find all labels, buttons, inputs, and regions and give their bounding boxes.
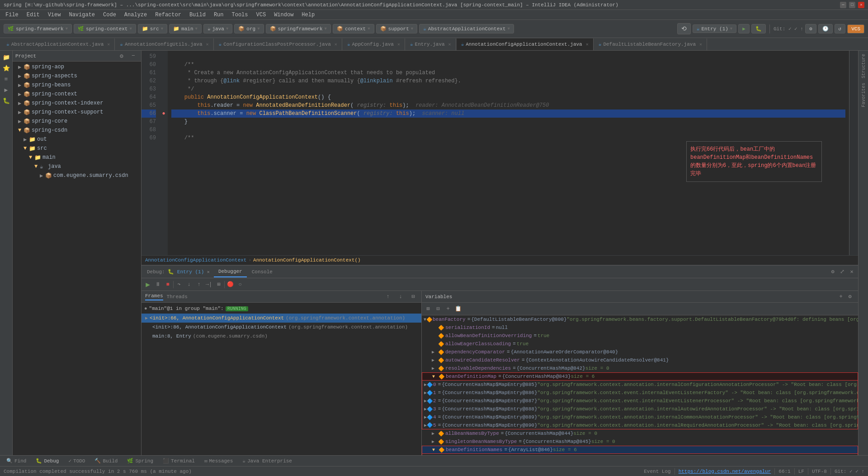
vars-settings-btn[interactable]: ⚙ — [845, 292, 854, 301]
tree-spring-context[interactable]: ▶ 📦 spring-context — [13, 90, 141, 99]
context-btn[interactable]: 📦 context ▼ — [333, 24, 374, 33]
encoding-item[interactable]: UTF-8 — [812, 469, 827, 474]
settings-btn[interactable]: ⚙ — [805, 24, 816, 33]
tree-main[interactable]: ▼ 📁 main — [13, 153, 141, 162]
java-btn[interactable]: ☕ java ▼ — [203, 24, 232, 33]
eval-btn[interactable]: ⊞ — [214, 280, 223, 289]
url-item[interactable]: https://blog.csdn.net/avengalur — [679, 469, 771, 474]
var-serialization-id[interactable]: 🔶 serializationId = null — [422, 324, 858, 332]
var-bdm-0[interactable]: ▶ 🔷 0 = {ConcurrentHashMap$MapEntry@885}… — [422, 381, 858, 389]
frame-1[interactable]: <init>:86, AnnotationConfigApplicationCo… — [142, 323, 421, 332]
frames-filter-btn[interactable]: ⊟ — [409, 292, 418, 301]
clock-btn[interactable]: 🕐 — [818, 24, 833, 33]
tab-messages[interactable]: ✉ Messages — [200, 457, 237, 465]
var-resolvable-deps[interactable]: ▶ 🔶 resolvableDependencies = {Concurrent… — [422, 364, 858, 372]
var-bean-def-map[interactable]: ▼ 🔶 beanDefinitionMap = {ConcurrentHashM… — [422, 372, 858, 381]
menu-help[interactable]: Help — [298, 11, 318, 19]
tab-app-config[interactable]: ☕ AppConfig.java ✕ — [343, 38, 405, 50]
vars-copy-btn[interactable]: 📋 — [453, 305, 462, 314]
close-button[interactable]: ✕ — [858, 2, 864, 8]
menu-refactor[interactable]: Refactor — [151, 11, 185, 19]
project-icon[interactable]: 📁 — [1, 52, 11, 62]
var-bdm-4[interactable]: ▶ 🔷 4 = {ConcurrentHashMap$MapEntry@889}… — [422, 413, 858, 421]
tab-find[interactable]: 🔍 Find — [2, 457, 31, 465]
springframework-btn[interactable]: 📦 springframework ▼ — [266, 24, 331, 33]
var-bean-def-names[interactable]: ▼ 🔶 beanDefinitionNames = {ArrayList@846… — [422, 446, 858, 454]
menu-analyze[interactable]: Analyze — [121, 11, 151, 19]
stop-btn[interactable]: ■ — [163, 280, 172, 289]
step-out-btn[interactable]: ↑ — [194, 280, 203, 289]
spring-framework-btn[interactable]: 🌿 spring-framework ▼ — [4, 24, 72, 33]
debug-sidebar-icon[interactable]: 🐛 — [1, 96, 11, 106]
tab-todo[interactable]: ✓ TODO — [64, 457, 90, 465]
maximize-button[interactable]: □ — [849, 2, 855, 8]
frames-up-btn[interactable]: ↑ — [383, 292, 392, 301]
project-gear[interactable]: ⚙ — [117, 51, 127, 61]
menu-run[interactable]: Run — [210, 11, 227, 19]
pause-btn[interactable]: ⏸ — [153, 280, 162, 289]
mute-breakpoints-btn[interactable]: ○ — [236, 280, 245, 289]
support-btn[interactable]: 📦 support ▼ — [376, 24, 418, 33]
var-bdm-3[interactable]: ▶ 🔷 3 = {ConcurrentHashMap$MapEntry@888}… — [422, 405, 858, 413]
tab-java-enterprise[interactable]: ☕ Java Enterprise — [238, 457, 297, 465]
tab-config-post-processor[interactable]: ☕ ConfigurationClassPostProcessor.java ✕ — [214, 38, 342, 50]
var-allow-eager[interactable]: 🔶 allowEagerClassLoading = true — [422, 340, 858, 348]
menu-vcs[interactable]: VCS — [253, 11, 270, 19]
add-watch-btn[interactable]: + — [836, 292, 845, 301]
var-bean-factory[interactable]: ▼ 🔶 beanFactory = {DefaultListableBeanFa… — [422, 315, 858, 324]
menu-window[interactable]: Window — [270, 11, 297, 19]
var-bdm-1[interactable]: ▶ 🔷 1 = {ConcurrentHashMap$MapEntry@886}… — [422, 389, 858, 397]
abstract-context-btn[interactable]: ☕ AbstractApplicationContext ▼ — [419, 24, 514, 33]
var-bdm-2[interactable]: ▶ 🔷 2 = {ConcurrentHashMap$MapEntry@887}… — [422, 397, 858, 405]
src-btn[interactable]: 📁 src ▼ — [138, 24, 167, 33]
vcs-btn[interactable]: VCS — [847, 24, 864, 33]
var-autowire-resolver[interactable]: ▶ 🔶 autowireCandidateResolver = {Context… — [422, 356, 858, 364]
breakpoints-btn[interactable]: 🔴 — [226, 280, 235, 289]
frame-0[interactable]: ▶ <init>:66, AnnotationConfigApplication… — [142, 314, 421, 323]
tab-console[interactable]: Console — [247, 267, 277, 277]
menu-edit[interactable]: Edit — [23, 11, 43, 19]
var-allow-override[interactable]: 🔶 allowBeanDefinitionOverriding = true — [422, 332, 858, 340]
run-btn[interactable]: ▶ — [738, 24, 750, 33]
tree-csdn-package[interactable]: ▶ 📦 com.eugene.sumarry.csdn — [13, 171, 141, 180]
tree-spring-core[interactable]: ▶ 📦 spring-core — [13, 117, 141, 126]
menu-build[interactable]: Build — [186, 11, 209, 19]
tab-close-post[interactable]: ✕ — [335, 42, 337, 47]
tab-close-listable[interactable]: ✕ — [699, 42, 702, 47]
tree-spring-beans[interactable]: ▶ 📦 spring-beans — [13, 81, 141, 90]
var-bdn-0[interactable]: 🔷 0 = "org.springframework.context.annot… — [422, 454, 858, 455]
var-dep-comparator[interactable]: ▶ 🔶 dependencyComparator = {AnnotationAw… — [422, 348, 858, 356]
tab-annotation-config-context[interactable]: ☕ AnnotationConfigApplicationContext.jav… — [457, 38, 594, 50]
tab-debugger[interactable]: Debugger — [214, 267, 247, 277]
run-to-cursor-btn[interactable]: →| — [204, 280, 213, 289]
breadcrumb-class[interactable]: AnnotationConfigApplicationContext — [145, 257, 246, 263]
tab-close-context[interactable]: ✕ — [586, 42, 589, 47]
tab-debug[interactable]: 🐛 Debug — [31, 457, 63, 465]
refresh-btn[interactable]: ↺ — [835, 24, 846, 33]
org-btn[interactable]: 📦 org ▼ — [234, 24, 264, 33]
step-into-btn[interactable]: ↓ — [184, 280, 193, 289]
frames-down-btn[interactable]: ↓ — [396, 292, 405, 301]
spring-context-btn[interactable]: 🌿 spring-context ▼ — [74, 24, 136, 33]
tab-spring[interactable]: 🌿 Spring — [123, 457, 158, 465]
vars-expand-btn[interactable]: ⊞ — [424, 305, 433, 314]
tab-annotation-config-utils[interactable]: ☕ AnnotationConfigUtils.java ✕ — [115, 38, 213, 50]
main-btn[interactable]: 📁 main ▼ — [169, 24, 202, 33]
tab-close-utils[interactable]: ✕ — [206, 42, 209, 47]
tab-entry[interactable]: ☕ Entry.java ✕ — [406, 38, 456, 50]
tab-close-abstract[interactable]: ✕ — [107, 42, 110, 47]
menu-code[interactable]: Code — [99, 11, 120, 19]
structure-icon[interactable]: ≡ — [1, 74, 11, 84]
tab-build[interactable]: 🔨 Build — [90, 457, 122, 465]
tree-out[interactable]: ▶ 📁 out — [13, 135, 141, 144]
threads-label[interactable]: Threads — [167, 294, 188, 300]
vars-collapse-btn[interactable]: ⊟ — [434, 305, 443, 314]
event-log-item[interactable]: Event Log — [644, 469, 670, 474]
resume-btn[interactable]: ▶ — [143, 280, 152, 289]
sync-btn[interactable]: ⟲ — [677, 23, 691, 34]
debug-maximize-btn[interactable]: ⤢ — [838, 267, 847, 276]
breakpoint-indicator[interactable]: ● — [160, 109, 168, 118]
structure-right-icon[interactable]: Structure — [860, 52, 867, 80]
thread-main[interactable]: ● "main"@1 in group "main": RUNNING — [142, 304, 421, 314]
breadcrumb-method[interactable]: AnnotationConfigApplicationContext() — [253, 257, 361, 263]
